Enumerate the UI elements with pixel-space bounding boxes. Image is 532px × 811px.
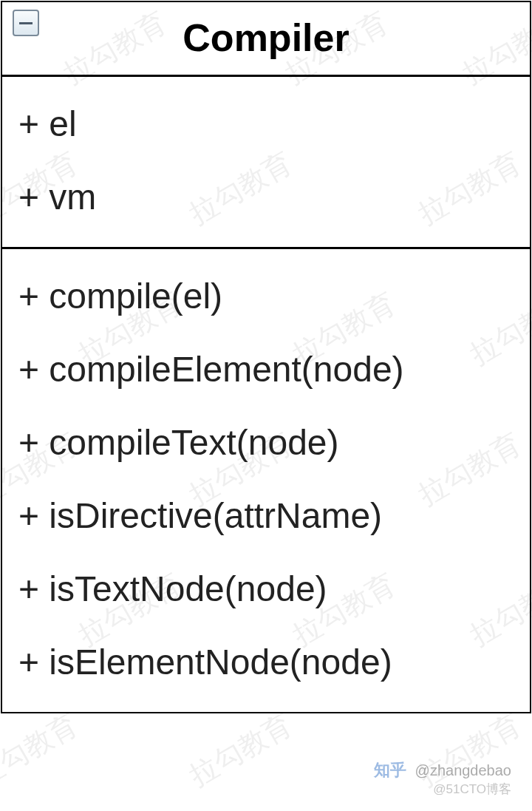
watermark-text: 拉勾教育 [0,706,85,795]
methods-section: + compile(el) + compileElement(node) + c… [2,249,530,712]
watermark-text: 拉勾教育 [183,706,299,795]
attribution-line1: 知乎 @zhangdebao [374,760,511,781]
minus-icon [19,22,33,24]
attribution-block: 知乎 @zhangdebao @51CTO博客 [374,760,511,798]
collapse-icon[interactable] [13,10,39,36]
class-name: Compiler [2,16,530,60]
properties-section: + el + vm [2,77,530,249]
property-item: + vm [18,160,514,234]
method-item: + isDirective(attrName) [18,479,514,552]
method-item: + isElementNode(node) [18,625,514,699]
zhihu-logo-icon: 知乎 [374,760,406,781]
property-item: + el [18,87,514,160]
method-item: + isTextNode(node) [18,552,514,625]
uml-class-box: Compiler + el + vm + compile(el) + compi… [1,1,531,713]
method-item: + compile(el) [18,259,514,333]
attribution-handle: @zhangdebao [415,762,511,778]
method-item: + compileText(node) [18,406,514,479]
class-header: Compiler [2,2,530,77]
attribution-line2: @51CTO博客 [374,781,511,798]
method-item: + compileElement(node) [18,333,514,406]
